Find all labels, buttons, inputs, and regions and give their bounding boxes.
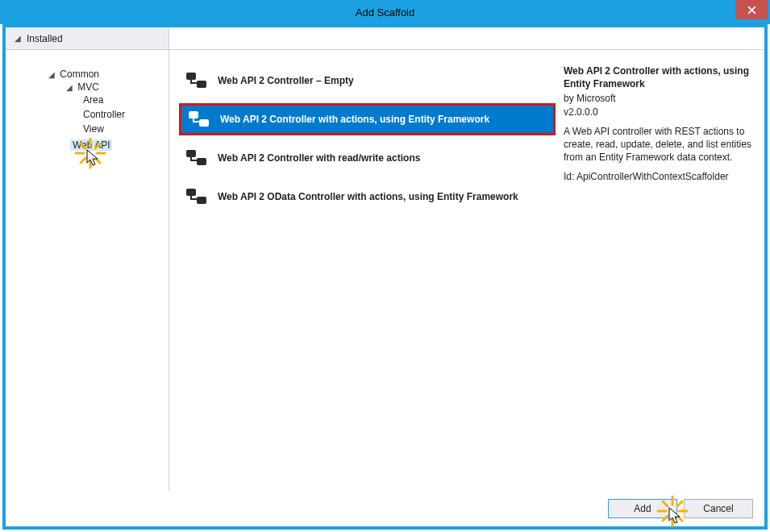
- dialog-body: ◢ Common ◢ MVC Area: [6, 50, 764, 491]
- template-label: Web API 2 Controller with actions, using…: [220, 114, 489, 125]
- tree-node-common[interactable]: ◢ Common ◢ MVC Area: [38, 67, 169, 154]
- add-button[interactable]: Add: [608, 499, 677, 518]
- collapse-icon: ◢: [65, 83, 73, 92]
- template-label: Web API 2 Controller – Empty: [218, 75, 354, 86]
- template-info: Web API 2 Controller with actions, using…: [564, 50, 764, 491]
- svg-rect-3: [199, 119, 209, 127]
- tree-label: MVC: [77, 81, 99, 93]
- template-label: Web API 2 Controller with read/write act…: [218, 152, 420, 164]
- svg-rect-0: [186, 73, 196, 80]
- info-id: Id: ApiControllerWithContextScaffolder: [564, 170, 755, 183]
- tree-node-controller[interactable]: Controller: [73, 107, 169, 122]
- info-title: Web API 2 Controller with actions, using…: [564, 64, 755, 90]
- template-list: Web API 2 Controller – Empty Web API 2 C…: [169, 50, 564, 491]
- collapse-icon: ◢: [14, 34, 22, 43]
- controller-icon: [188, 110, 210, 128]
- tree-label: Controller: [83, 109, 125, 120]
- template-item-selected[interactable]: Web API 2 Controller with actions, using…: [179, 103, 556, 135]
- tree-node-mvc[interactable]: ◢ MVC Area Controller: [56, 80, 169, 138]
- svg-rect-1: [197, 81, 206, 88]
- tree-node-webapi[interactable]: Web API: [56, 138, 169, 152]
- template-item[interactable]: Web API 2 Controller – Empty: [179, 64, 556, 97]
- window-frame: ◢ Installed ◢ Common ◢ MVC: [2, 24, 768, 530]
- svg-rect-4: [186, 150, 196, 157]
- tab-label: Installed: [27, 33, 63, 44]
- svg-rect-6: [186, 189, 196, 196]
- template-item[interactable]: Web API 2 OData Controller with actions,…: [179, 181, 556, 213]
- close-icon: [747, 6, 756, 15]
- svg-rect-7: [197, 197, 206, 204]
- category-tabstrip: ◢ Installed: [6, 27, 764, 50]
- window-title: Add Scaffold: [0, 6, 770, 19]
- tree-node-view[interactable]: View: [73, 122, 169, 136]
- content-area: Web API 2 Controller – Empty Web API 2 C…: [169, 50, 764, 491]
- template-item[interactable]: Web API 2 Controller with read/write act…: [179, 142, 556, 174]
- client-area: ◢ Installed ◢ Common ◢ MVC: [6, 27, 764, 526]
- controller-icon: [185, 188, 208, 206]
- template-label: Web API 2 OData Controller with actions,…: [218, 191, 518, 202]
- svg-rect-5: [197, 158, 206, 165]
- tree-label: View: [83, 123, 104, 135]
- cancel-button[interactable]: Cancel: [684, 499, 753, 518]
- tree-label: Web API: [70, 139, 112, 151]
- info-publisher: by Microsoft: [564, 92, 755, 105]
- category-tree: ◢ Common ◢ MVC Area: [6, 50, 169, 491]
- controller-icon: [185, 149, 208, 167]
- dialog-footer: Add Cancel: [6, 491, 764, 526]
- tab-installed[interactable]: ◢ Installed: [6, 27, 169, 49]
- close-button[interactable]: [735, 0, 768, 19]
- controller-icon: [185, 72, 208, 89]
- svg-rect-2: [189, 111, 198, 118]
- collapse-icon: ◢: [48, 70, 56, 79]
- info-description: A Web API controller with REST actions t…: [564, 125, 755, 164]
- titlebar: Add Scaffold: [0, 0, 770, 24]
- tree-label: Common: [60, 69, 99, 80]
- tree-node-area[interactable]: Area: [73, 93, 169, 107]
- tree-label: Area: [83, 94, 103, 106]
- info-version: v2.0.0.0: [564, 106, 755, 118]
